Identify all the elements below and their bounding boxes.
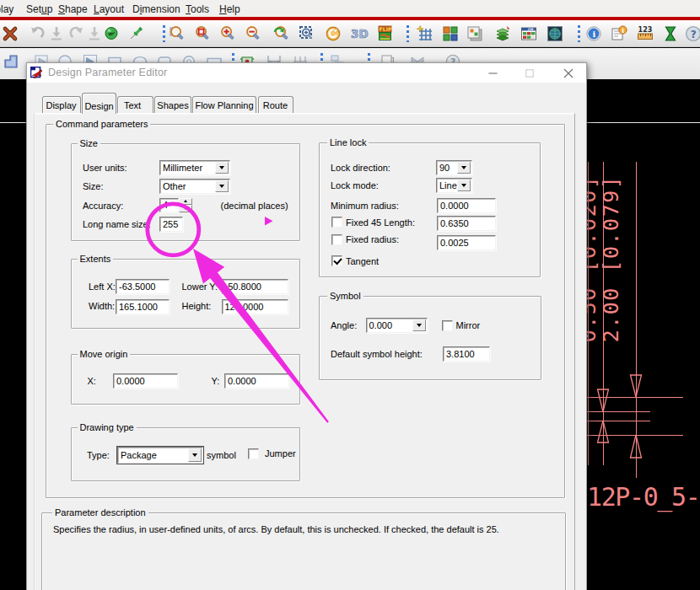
minimum-radius-label: Minimum radius: [331, 201, 399, 211]
drawing-type-dropdown-icon[interactable] [188, 448, 202, 462]
size-select[interactable]: Other [159, 179, 230, 194]
fixed-45-length-input[interactable]: 0.6350 [437, 216, 496, 231]
export-icon[interactable] [85, 24, 104, 43]
redraw-icon[interactable] [324, 24, 342, 43]
redo-icon[interactable] [67, 24, 86, 43]
toolbar-separator [407, 25, 409, 42]
accuracy-input[interactable]: 4 [159, 198, 179, 213]
mirror-checkbox[interactable] [442, 320, 453, 331]
drawing-type-select[interactable]: Package [117, 447, 203, 464]
symbol-suffix-label: symbol [207, 450, 236, 460]
application-window: 0.50 [0.020]2.00 [0.079]12P-0_5- Display… [0, 0, 700, 590]
minimize-button[interactable] [480, 63, 505, 83]
long-name-size-input[interactable]: 255 [159, 217, 183, 232]
import-icon[interactable] [47, 24, 66, 43]
waive-drc-icon[interactable] [661, 24, 680, 43]
dimension-text-right: 2.00 [0.079] [599, 175, 623, 343]
part-label: 12P-0_5- [587, 482, 699, 512]
width-input[interactable]: 165.1000 [116, 299, 170, 314]
tab-flow-planning[interactable]: Flow Planning [192, 96, 256, 114]
tab-text[interactable]: Text [117, 96, 153, 114]
accuracy-spinner[interactable] [179, 198, 192, 213]
move-origin-y-input[interactable]: 0.0000 [224, 373, 289, 389]
svg-text:FLIP: FLIP [380, 26, 392, 32]
svg-text:123: 123 [638, 26, 653, 34]
menu-tools[interactable]: Tools [186, 3, 209, 15]
zoom-previous-icon[interactable] [272, 24, 291, 43]
menu-display[interactable]: Display [0, 3, 13, 15]
dialog-title-bar[interactable]: Design Parameter Editor [27, 63, 586, 83]
user-units-label: User units: [83, 163, 127, 173]
mirror-label: Mirror [456, 320, 481, 330]
default-symbol-height-input[interactable]: 3.8100 [443, 346, 490, 362]
toolbar-separator [578, 25, 580, 42]
tab-design[interactable]: Design [82, 93, 116, 114]
size-dropdown-icon[interactable] [215, 180, 229, 192]
angle-select[interactable]: 0.000 [366, 318, 428, 333]
fixed-radius-input[interactable]: 0.0025 [437, 235, 496, 250]
lower-y-input[interactable]: -50.8000 [222, 279, 289, 294]
shadow-mode-icon[interactable] [466, 24, 484, 43]
zoom-in-icon[interactable] [218, 24, 237, 43]
tab-shapes[interactable]: Shapes [154, 96, 191, 114]
parameter-description-text: Specifies the radius, in user-defined un… [53, 524, 499, 534]
help-icon[interactable]: ? [684, 24, 700, 43]
minimum-radius-input[interactable]: 0.0000 [437, 198, 496, 213]
layers-icon[interactable] [493, 24, 512, 43]
user-units-dropdown-icon[interactable] [215, 162, 229, 174]
close-button[interactable] [556, 63, 581, 83]
world-view-icon[interactable] [546, 24, 564, 43]
angle-dropdown-icon[interactable] [412, 319, 426, 331]
svg-text:i: i [592, 30, 595, 39]
flip-board-icon[interactable]: FLIP [376, 24, 395, 43]
height-input[interactable]: 127.0000 [222, 299, 289, 314]
maximize-button[interactable] [517, 63, 542, 83]
lock-mode-label: Lock mode: [331, 180, 379, 190]
menu-dimension[interactable]: Dimension [132, 3, 180, 15]
lock-direction-dropdown-icon[interactable] [457, 162, 471, 174]
jumper-checkbox[interactable] [248, 448, 259, 459]
fixed-radius-label: Fixed radius: [346, 234, 399, 244]
left-x-input[interactable]: -63.5000 [116, 279, 170, 294]
design-parameter-editor-dialog: Design Parameter Editor Display Design T… [26, 62, 587, 590]
fixed-radius-checkbox[interactable] [331, 234, 342, 245]
zoom-fit-icon[interactable] [193, 24, 212, 43]
zoom-points-icon[interactable] [168, 24, 186, 43]
height-label: Height: [182, 301, 212, 311]
info-icon[interactable]: i [584, 24, 603, 43]
move-origin-x-input[interactable]: 0.0000 [113, 373, 178, 389]
svg-text:?: ? [691, 29, 697, 40]
svg-text:3D: 3D [351, 27, 369, 40]
color-manager-icon[interactable]: CM [520, 24, 538, 43]
properties-icon[interactable]: i [610, 24, 628, 43]
lock-mode-dropdown-icon[interactable] [457, 180, 471, 191]
tab-route[interactable]: Route [258, 96, 293, 114]
measure-icon[interactable]: 123 [636, 24, 654, 43]
add-shape-icon[interactable] [2, 52, 20, 71]
lock-mode-select[interactable]: Line [436, 178, 472, 193]
zoom-out-icon[interactable] [244, 24, 262, 43]
tab-display[interactable]: Display [42, 96, 81, 114]
undo-icon[interactable] [28, 24, 46, 43]
menu-shape[interactable]: Shape [58, 3, 88, 15]
user-units-select[interactable]: Millimeter [159, 160, 230, 175]
tangent-checkbox[interactable] [331, 255, 342, 266]
fixed-45-length-checkbox[interactable] [331, 217, 342, 228]
color-dialog-icon[interactable] [441, 24, 460, 43]
menu-help[interactable]: Help [219, 3, 240, 15]
menu-bar: DisplaySetupShapeLayoutDimensionToolsHel… [0, 0, 700, 17]
pin-icon[interactable] [127, 24, 145, 43]
move-origin-y-label: Y: [212, 376, 220, 386]
spin-up-icon[interactable] [179, 198, 192, 206]
lock-direction-select[interactable]: 90 [436, 160, 472, 176]
default-symbol-height-label: Default symbol height: [331, 349, 423, 359]
grid-toggle-icon[interactable] [416, 24, 434, 43]
command-parameters-label: Command parameters [53, 119, 150, 130]
menu-layout[interactable]: Layout [94, 3, 124, 15]
zoom-selection-icon[interactable] [298, 24, 316, 43]
delete-icon[interactable] [1, 24, 19, 43]
spin-down-icon[interactable] [179, 205, 192, 212]
menu-setup[interactable]: Setup [26, 3, 52, 15]
world-icon[interactable] [102, 24, 121, 43]
view-3d-icon[interactable]: 3D [350, 24, 369, 43]
